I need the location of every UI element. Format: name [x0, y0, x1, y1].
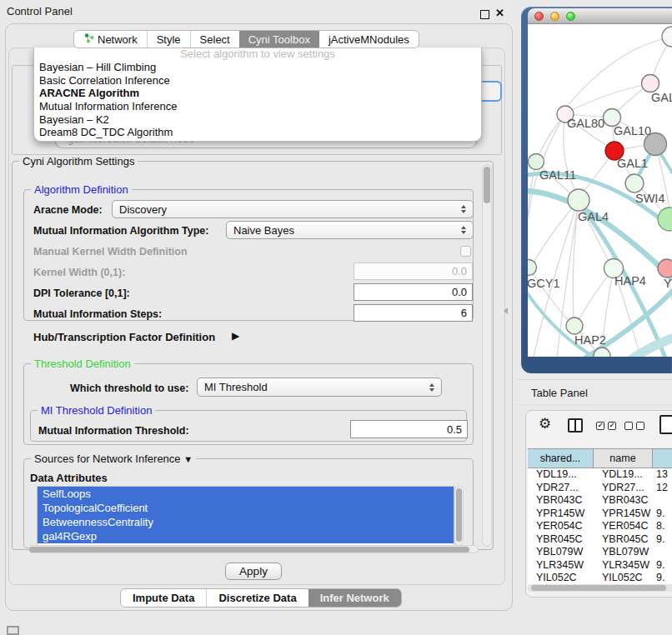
tab-jactivemnodules[interactable]: jActiveMNodules — [319, 31, 419, 48]
algorithm-option[interactable]: Bayesian – K2 — [34, 113, 481, 127]
tab-discretize-data[interactable]: Discretize Data — [206, 589, 308, 607]
algorithm-option[interactable]: Dream8 DC_TDC Algorithm — [34, 126, 481, 139]
close-traffic-light-icon[interactable] — [534, 12, 544, 21]
table-cell: YLR345W — [528, 559, 594, 572]
deselect-all-checkboxes-icon[interactable] — [624, 422, 644, 430]
algorithm-option[interactable]: ARACNE Algorithm — [34, 87, 481, 100]
node-table: shared...nameYDL19...YDL19...13YDR27...Y… — [528, 448, 672, 585]
minimize-traffic-light-icon[interactable] — [550, 12, 559, 21]
tab-label: Style — [157, 33, 181, 46]
gear-icon[interactable]: ⚙ — [539, 417, 551, 431]
table-row[interactable]: YER054CYER054C8. — [528, 520, 672, 533]
network-node-gal11[interactable] — [529, 154, 544, 170]
table-cell: YIL052C — [528, 572, 594, 585]
table-row[interactable]: YBR043CYBR043C — [528, 494, 672, 508]
mi-steps-field[interactable]: 6 — [354, 304, 473, 322]
node-label: GAL11 — [539, 168, 576, 182]
table-row[interactable]: YDR27...YDR27...12 — [528, 482, 672, 495]
settings-hscrollbar[interactable] — [28, 545, 479, 553]
zoom-traffic-light-icon[interactable] — [566, 12, 575, 21]
data-attributes-list[interactable]: SelfLoopsTopologicalCoefficientBetweenne… — [37, 486, 454, 546]
table-hscrollbar-thumb[interactable] — [531, 585, 666, 591]
network-node-gal[interactable] — [642, 75, 659, 92]
document-icon[interactable] — [659, 415, 672, 434]
mi-type-combo[interactable]: Naive Bayes — [226, 221, 474, 239]
table-row[interactable]: YIL052CYIL052C9. — [528, 572, 672, 585]
network-node[interactable] — [658, 208, 672, 231]
table-row[interactable]: YPR145WYPR145W9. — [528, 508, 672, 521]
control-panel-tabbar: NetworkStyleSelectCyni ToolboxjActiveMNo… — [73, 30, 419, 48]
split-bar — [574, 420, 576, 431]
data-attribute-item[interactable]: SelfLoops — [38, 487, 454, 501]
network-node[interactable] — [662, 27, 672, 47]
algorithm-option[interactable]: Mutual Information Inference — [34, 100, 481, 113]
tab-label: Network — [98, 33, 138, 46]
settings-scrollbar-thumb[interactable] — [484, 167, 490, 203]
tab-impute-data[interactable]: Impute Data — [121, 589, 206, 607]
table-toolbar: ⚙ ✓✓ — [526, 411, 672, 448]
collapse-down-icon[interactable]: ▼ — [183, 454, 193, 464]
table-row[interactable]: YBR045CYBR045C9. — [528, 533, 672, 547]
minimized-panel-icon[interactable] — [7, 626, 19, 635]
network-canvas[interactable]: GALGAL80GAL10GAL1GAL11SWI4GAL4HAP4YGCY1H… — [528, 24, 672, 357]
panel-title: Control Panel — [7, 5, 73, 18]
mi-threshold-field[interactable]: 0.5 — [350, 420, 468, 438]
dpi-tolerance-field[interactable]: 0.0 — [354, 283, 473, 301]
threshold-definition-title: Threshold Definition — [31, 358, 134, 370]
table-cell: YBR043C — [594, 494, 653, 508]
algorithm-option[interactable]: Basic Correlation Inference — [34, 74, 481, 88]
kernel-width-field[interactable]: 0.0 — [354, 262, 473, 280]
network-window-titlebar[interactable] — [528, 8, 672, 24]
float-panel-icon[interactable] — [480, 10, 489, 19]
network-node-gal4[interactable] — [568, 189, 589, 211]
data-attribute-item[interactable]: BetweennessCentrality — [38, 515, 454, 529]
algorithm-option[interactable]: Bayesian – Hill Climbing — [34, 61, 481, 74]
settings-hscrollbar-thumb[interactable] — [29, 547, 469, 552]
aracne-mode-combo[interactable]: Discovery — [112, 200, 474, 218]
network-edge[interactable] — [534, 200, 579, 262]
network-node-gcy1[interactable] — [528, 260, 537, 276]
settings-scrollbar[interactable] — [482, 164, 492, 547]
table-cell — [653, 546, 672, 559]
manual-kernel-checkbox[interactable] — [460, 246, 471, 257]
column-header-partial[interactable] — [653, 448, 672, 468]
network-node-y[interactable] — [658, 259, 672, 278]
column-header-shared...[interactable]: shared... — [528, 448, 594, 468]
column-header-name[interactable]: name — [594, 448, 653, 468]
network-edge-highlighted[interactable] — [528, 292, 602, 357]
data-attribute-item[interactable]: gal4RGexp — [38, 529, 454, 543]
network-edge[interactable] — [529, 268, 568, 320]
which-threshold-label: Which threshold to use: — [70, 382, 188, 394]
mi-steps-label: Mutual Information Steps: — [33, 308, 162, 320]
expand-right-icon[interactable]: ▶ — [232, 330, 239, 342]
attributes-scrollbar-thumb[interactable] — [456, 488, 462, 542]
network-node[interactable] — [644, 133, 667, 156]
select-all-checkboxes-icon[interactable]: ✓✓ — [596, 422, 616, 430]
split-columns-icon[interactable] — [568, 418, 583, 432]
tab-style[interactable]: Style — [147, 31, 190, 48]
network-node-hap2[interactable] — [566, 318, 583, 334]
apply-button[interactable]: Apply — [225, 562, 282, 580]
manual-kernel-label: Manual Kernel Width Definition — [33, 246, 188, 258]
tab-network[interactable]: Network — [74, 31, 147, 48]
table-cell: YLR345W — [594, 559, 653, 572]
tab-cyni-toolbox[interactable]: Cyni Toolbox — [239, 31, 319, 48]
table-row[interactable]: YBL079WYBL079W — [528, 546, 672, 559]
table-row[interactable]: YDL19...YDL19...13 — [528, 468, 672, 482]
table-row[interactable]: YLR345WYLR345W9. — [528, 559, 672, 572]
tab-infer-network[interactable]: Infer Network — [308, 589, 401, 607]
splitter-collapse-icon[interactable] — [504, 308, 508, 314]
attributes-list-scrollbar[interactable] — [454, 486, 464, 546]
table-header-row: shared...name — [528, 448, 672, 468]
tab-select[interactable]: Select — [190, 31, 239, 48]
table-hscrollbar[interactable] — [528, 584, 672, 592]
spinner-arrows-icon — [429, 383, 434, 392]
table-cell: 12 — [653, 482, 672, 495]
which-threshold-value: MI Threshold — [204, 381, 268, 393]
aracne-mode-label: Aracne Mode: — [33, 204, 103, 216]
network-node-swi4[interactable] — [625, 174, 644, 192]
which-threshold-combo[interactable]: MI Threshold — [197, 378, 442, 397]
close-icon[interactable]: ✕ — [495, 7, 504, 19]
data-attribute-item[interactable]: TopologicalCoefficient — [38, 501, 454, 515]
table-cell: YPR145W — [594, 508, 653, 521]
